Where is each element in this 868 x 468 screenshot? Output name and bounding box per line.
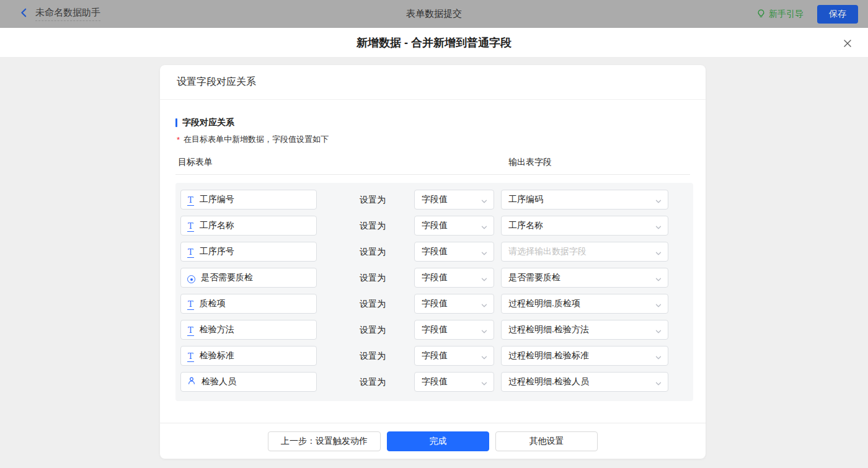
- chevron-down-icon: [480, 275, 488, 286]
- value-mode-select[interactable]: 字段值: [414, 294, 494, 314]
- value-mode-value: 字段值: [422, 272, 448, 283]
- source-field-label: 是否需要质检: [201, 272, 253, 283]
- output-field-select[interactable]: 工序编码: [501, 190, 668, 210]
- source-field-box[interactable]: 是否需要质检: [180, 268, 317, 288]
- output-field-select[interactable]: 请选择输出数据字段: [501, 242, 668, 262]
- back-button[interactable]: [19, 7, 29, 20]
- chevron-down-icon: [655, 327, 662, 338]
- beginner-guide-link[interactable]: 新手引导: [756, 9, 804, 20]
- output-field-select[interactable]: 过程检明细.质检项: [501, 294, 668, 314]
- top-bar: 未命名数据助手 表单数据提交 新手引导 保存: [0, 0, 868, 28]
- settings-card: 设置字段对应关系 字段对应关系 * 在目标表单中新增数据，字段值设置如下 目标表…: [160, 65, 706, 459]
- output-field-value: 请选择输出数据字段: [508, 246, 587, 257]
- output-field-value: 工序名称: [508, 220, 543, 231]
- chevron-down-icon: [655, 249, 662, 260]
- field-mapping-panel: T 工序编号 设置为 字段值 工序编码 T 工序名称 设置为 字段值: [175, 183, 693, 401]
- field-type-icon: [187, 272, 195, 284]
- output-field-value: 工序编码: [508, 194, 543, 205]
- source-field-box[interactable]: T 工序名称: [180, 216, 317, 236]
- value-mode-value: 字段值: [422, 376, 448, 387]
- field-mapping-row: T 工序编号 设置为 字段值 工序编码: [175, 188, 693, 214]
- field-mapping-row: 是否需要质检 设置为 字段值 是否需要质检: [175, 267, 693, 293]
- output-field-value: 是否需要质检: [508, 272, 560, 283]
- finish-button[interactable]: 完成: [387, 431, 489, 451]
- section-title: 字段对应关系: [175, 117, 690, 128]
- field-type-icon: [187, 376, 196, 387]
- output-field-value: 过程检明细.检验标准: [508, 350, 589, 361]
- text-field-icon: T: [187, 351, 194, 362]
- value-mode-value: 字段值: [422, 246, 448, 257]
- source-field-box[interactable]: T 工序编号: [180, 190, 317, 210]
- set-as-label: 设置为: [360, 273, 386, 284]
- source-field-box[interactable]: T 工序序号: [180, 242, 317, 262]
- output-field-value: 过程检明细.质检项: [508, 298, 580, 309]
- value-mode-select[interactable]: 字段值: [414, 268, 494, 288]
- field-type-icon: T: [187, 324, 194, 335]
- chevron-down-icon: [480, 379, 488, 390]
- chevron-down-icon: [655, 196, 662, 208]
- user-icon: [187, 376, 196, 385]
- field-mapping-row: T 工序序号 设置为 字段值 请选择输出数据字段: [175, 241, 693, 267]
- chevron-down-icon: [480, 301, 488, 312]
- text-field-icon: T: [187, 299, 194, 310]
- beginner-guide-label: 新手引导: [769, 9, 804, 20]
- source-field-box[interactable]: 检验人员: [180, 372, 317, 392]
- value-mode-value: 字段值: [422, 194, 448, 205]
- lightbulb-icon: [756, 9, 766, 20]
- source-field-box[interactable]: T 检验方法: [180, 320, 317, 340]
- chevron-down-icon: [655, 275, 662, 286]
- output-field-select[interactable]: 过程检明细.检验方法: [501, 320, 668, 340]
- close-icon[interactable]: [841, 37, 854, 50]
- field-mapping-row: T 检验标准 设置为 字段值 过程检明细.检验标准: [175, 345, 693, 371]
- output-field-select[interactable]: 过程检明细.检验标准: [501, 346, 668, 366]
- text-field-icon: T: [187, 195, 194, 206]
- source-field-label: 质检项: [200, 298, 226, 309]
- chevron-down-icon: [480, 327, 488, 338]
- header-divider: [175, 174, 690, 175]
- field-mapping-row: T 质检项 设置为 字段值 过程检明细.质检项: [175, 293, 693, 319]
- source-field-box[interactable]: T 质检项: [180, 294, 317, 314]
- column-headers: 目标表单 输出表字段: [175, 157, 690, 170]
- chevron-down-icon: [655, 379, 662, 390]
- set-as-label: 设置为: [360, 221, 386, 232]
- output-field-value: 过程检明细.检验人员: [508, 376, 589, 387]
- text-field-icon: T: [187, 247, 194, 258]
- output-field-select[interactable]: 是否需要质检: [501, 268, 668, 288]
- field-type-icon: T: [187, 194, 194, 205]
- source-field-label: 检验标准: [200, 350, 234, 361]
- value-mode-select[interactable]: 字段值: [414, 216, 494, 236]
- modal-header: 新增数据 - 合并新增到普通字段: [0, 28, 868, 58]
- required-mark: *: [177, 135, 180, 144]
- set-as-label: 设置为: [360, 325, 386, 336]
- value-mode-select[interactable]: 字段值: [414, 242, 494, 262]
- field-mapping-row: 检验人员 设置为 字段值 过程检明细.检验人员: [175, 371, 693, 397]
- modal-body: 设置字段对应关系 字段对应关系 * 在目标表单中新增数据，字段值设置如下 目标表…: [0, 58, 868, 468]
- section-description: * 在目标表单中新增数据，字段值设置如下: [175, 134, 690, 145]
- save-button[interactable]: 保存: [817, 5, 858, 24]
- assistant-name[interactable]: 未命名数据助手: [35, 7, 100, 21]
- radio-icon: [187, 275, 195, 283]
- chevron-left-icon: [19, 7, 29, 20]
- previous-step-button[interactable]: 上一步：设置触发动作: [268, 431, 381, 451]
- set-as-label: 设置为: [360, 377, 386, 388]
- value-mode-select[interactable]: 字段值: [414, 372, 494, 392]
- card-header-title: 设置字段对应关系: [160, 65, 706, 100]
- value-mode-select[interactable]: 字段值: [414, 346, 494, 366]
- output-field-select[interactable]: 过程检明细.检验人员: [501, 372, 668, 392]
- field-mapping-row: T 检验方法 设置为 字段值 过程检明细.检验方法: [175, 319, 693, 345]
- output-field-select[interactable]: 工序名称: [501, 216, 668, 236]
- value-mode-value: 字段值: [422, 350, 448, 361]
- source-field-label: 检验方法: [200, 324, 234, 335]
- chevron-down-icon: [655, 223, 662, 234]
- column-header-output-fields: 输出表字段: [508, 157, 552, 168]
- field-type-icon: T: [187, 246, 194, 257]
- modal-title: 新增数据 - 合并新增到普通字段: [356, 35, 512, 50]
- value-mode-select[interactable]: 字段值: [414, 320, 494, 340]
- set-as-label: 设置为: [360, 351, 386, 362]
- other-settings-button[interactable]: 其他设置: [495, 431, 598, 451]
- field-mapping-row: T 工序名称 设置为 字段值 工序名称: [175, 214, 693, 241]
- page-title: 表单数据提交: [0, 8, 868, 20]
- chevron-down-icon: [480, 249, 488, 260]
- value-mode-select[interactable]: 字段值: [414, 190, 494, 210]
- source-field-box[interactable]: T 检验标准: [180, 346, 317, 366]
